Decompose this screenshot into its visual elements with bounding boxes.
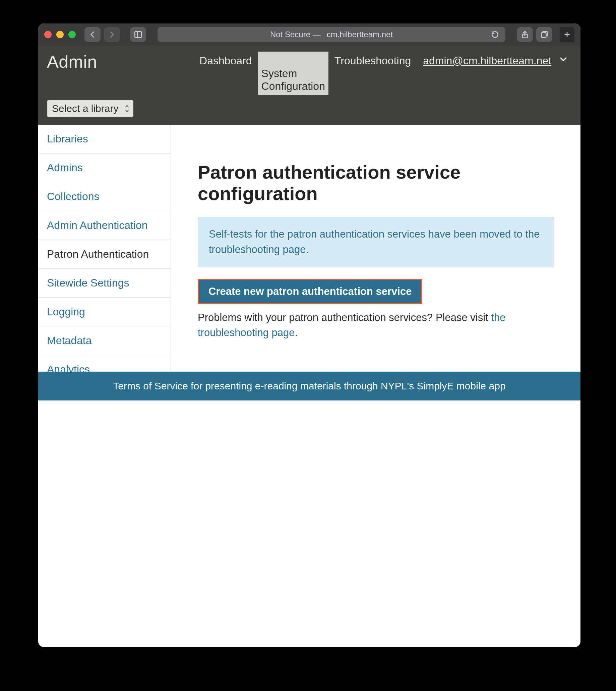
sidebar: Libraries Admins Collections Admin Authe… xyxy=(38,125,171,372)
chevron-right-icon xyxy=(108,30,116,39)
sidebar-item-sitewide-settings[interactable]: Sitewide Settings xyxy=(38,269,171,297)
reload-icon xyxy=(491,30,499,39)
app-body: Libraries Admins Collections Admin Authe… xyxy=(38,125,580,372)
tab-label: System Configuration xyxy=(261,67,325,92)
sidebar-item-metadata[interactable]: Metadata xyxy=(38,327,171,355)
app-header: Admin Dashboard System Configuration Tro… xyxy=(38,46,580,125)
library-select-value: Select a library xyxy=(52,103,118,114)
back-button[interactable] xyxy=(85,27,101,42)
window-controls xyxy=(44,31,76,38)
minimize-window-button[interactable] xyxy=(56,31,64,38)
sidebar-item-label: Sitewide Settings xyxy=(47,277,129,289)
main-content: Patron authentication service configurat… xyxy=(171,125,580,372)
titlebar: Not Secure — cm.hilbertteam.net xyxy=(38,23,580,46)
address-host: cm.hilbertteam.net xyxy=(327,30,393,39)
tabs-icon xyxy=(540,30,549,39)
close-window-button[interactable] xyxy=(44,31,51,38)
sidebar-item-libraries[interactable]: Libraries xyxy=(38,125,171,154)
select-stepper-icon xyxy=(124,104,130,113)
footer-text: Terms of Service for presenting e-readin… xyxy=(113,380,505,392)
tabs-button[interactable] xyxy=(536,27,552,42)
help-text-pre: Problems with your patron authentication… xyxy=(198,312,491,324)
library-select[interactable]: Select a library xyxy=(47,100,133,117)
sidebar-item-collections[interactable]: Collections xyxy=(38,182,171,211)
sidebar-item-admins[interactable]: Admins xyxy=(38,154,171,182)
tab-troubleshooting[interactable]: Troubleshooting xyxy=(331,52,414,70)
share-button[interactable] xyxy=(517,27,533,42)
sidebar-item-logging[interactable]: Logging xyxy=(38,297,171,327)
help-text: Problems with your patron authentication… xyxy=(198,310,554,340)
forward-button[interactable] xyxy=(104,27,120,42)
svg-rect-0 xyxy=(135,31,141,37)
brand-title: Admin xyxy=(47,52,97,72)
sidebar-item-label: Collections xyxy=(47,190,100,202)
user-menu-toggle[interactable] xyxy=(558,54,568,64)
sidebar-item-label: Libraries xyxy=(47,133,88,145)
create-service-button[interactable]: Create new patron authentication service xyxy=(198,279,422,304)
tab-system-configuration[interactable]: System Configuration xyxy=(258,52,328,95)
sidebar-item-label: Metadata xyxy=(47,334,91,347)
help-text-post: . xyxy=(295,327,298,338)
plus-icon xyxy=(563,30,571,39)
security-label: Not Secure — xyxy=(270,30,321,39)
svg-rect-3 xyxy=(541,33,546,38)
browser-window: Not Secure — cm.hilbertteam.net xyxy=(38,23,580,647)
sidebar-item-patron-authentication[interactable]: Patron Authentication xyxy=(38,240,171,269)
sidebar-toggle-button[interactable] xyxy=(130,27,146,42)
sidebar-item-label: Logging xyxy=(47,306,85,318)
maximize-window-button[interactable] xyxy=(68,31,76,38)
sidebar-icon xyxy=(134,30,142,39)
sidebar-item-label: Admin Authentication xyxy=(47,219,148,231)
new-tab-button[interactable] xyxy=(560,27,574,42)
chevron-left-icon xyxy=(88,30,97,39)
sidebar-item-label: Admins xyxy=(47,161,83,174)
footer-banner[interactable]: Terms of Service for presenting e-readin… xyxy=(38,372,580,400)
tab-dashboard[interactable]: Dashboard xyxy=(196,52,256,70)
address-bar[interactable]: Not Secure — cm.hilbertteam.net xyxy=(157,27,505,42)
user-menu[interactable]: admin@cm.hilbertteam.net xyxy=(423,54,551,67)
reload-button[interactable] xyxy=(491,30,499,39)
info-banner: Self-tests for the patron authentication… xyxy=(198,217,554,267)
tab-label: Troubleshooting xyxy=(334,54,411,67)
sidebar-item-admin-authentication[interactable]: Admin Authentication xyxy=(38,211,171,240)
tab-label: Dashboard xyxy=(199,54,252,67)
blank-area xyxy=(38,400,580,647)
chevron-down-icon xyxy=(558,54,568,64)
page-title: Patron authentication service configurat… xyxy=(198,161,554,205)
share-icon xyxy=(521,30,529,39)
sidebar-item-label: Patron Authentication xyxy=(47,248,149,260)
